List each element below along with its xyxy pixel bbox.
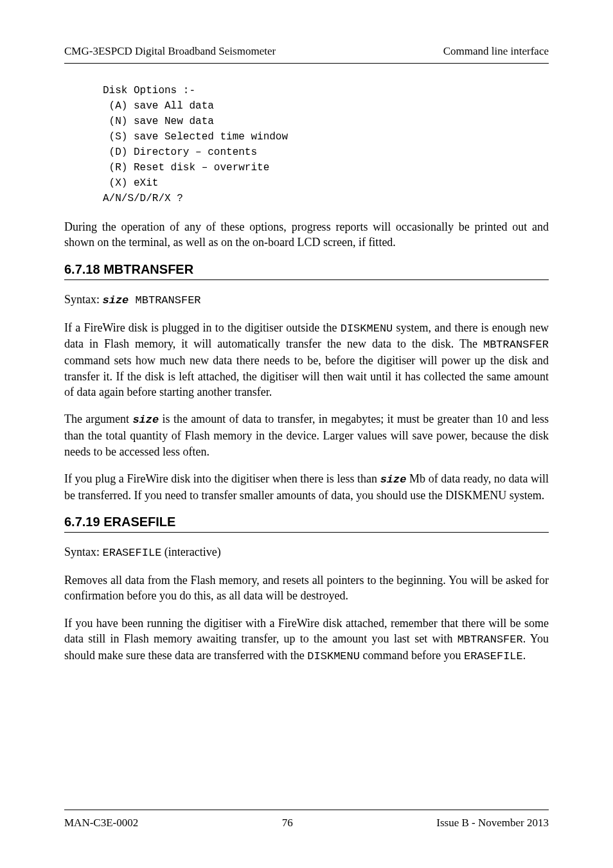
header-left: CMG-3ESPCD Digital Broadband Seismometer — [64, 45, 276, 58]
paragraph-size-argument: The argument size is the amount of data … — [64, 411, 549, 459]
syntax-label-2: Syntax: — [64, 545, 103, 558]
syntax-label: Syntax: — [64, 293, 103, 306]
section-heading-erasefile: 6.7.19 ERASEFILE — [64, 515, 549, 533]
page-header: CMG-3ESPCD Digital Broadband Seismometer… — [64, 45, 549, 64]
syntax-mbtransfer: Syntax: size MBTRANSFER — [64, 292, 549, 308]
inline-code-diskmenu-2: DISKMENU — [307, 650, 360, 662]
inline-var-size: size — [132, 414, 159, 426]
inline-code-mbtransfer: MBTRANSFER — [483, 339, 549, 351]
syntax-var-size: size — [103, 294, 129, 306]
inline-var-size-2: size — [380, 474, 407, 486]
paragraph-firewire-desc: If a FireWire disk is plugged in to the … — [64, 320, 549, 400]
header-right: Command line interface — [443, 45, 549, 58]
section-heading-mbtransfer: 6.7.18 MBTRANSFER — [64, 262, 549, 280]
page-footer: MAN-C3E-0002 76 Issue B - November 2013 — [64, 810, 549, 829]
paragraph-removes-data: Removes all data from the Flash memory, … — [64, 572, 549, 604]
inline-code-erasefile: ERASEFILE — [464, 650, 523, 662]
footer-right: Issue B - November 2013 — [436, 817, 549, 829]
disk-options-code: Disk Options :- (A) save All data (N) sa… — [103, 83, 549, 206]
syntax-suffix: (interactive) — [161, 545, 220, 558]
syntax-cmd-mbtransfer: MBTRANSFER — [129, 294, 200, 306]
paragraph-plug-firewire: If you plug a FireWire disk into the dig… — [64, 471, 549, 503]
syntax-erasefile: Syntax: ERASEFILE (interactive) — [64, 544, 549, 561]
paragraph-firewire-attached: If you have been running the digitiser w… — [64, 616, 549, 664]
footer-left: MAN-C3E-0002 — [64, 817, 138, 829]
inline-code-mbtransfer-2: MBTRANSFER — [458, 633, 523, 646]
inline-code-diskmenu: DISKMENU — [341, 323, 393, 335]
paragraph-progress: During the operation of any of these opt… — [64, 219, 549, 251]
footer-center: 76 — [282, 817, 293, 829]
syntax-cmd-erasefile: ERASEFILE — [103, 547, 162, 559]
